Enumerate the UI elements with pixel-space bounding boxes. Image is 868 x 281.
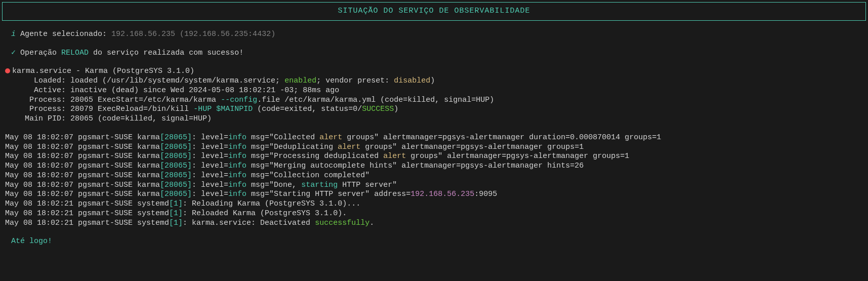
loaded-p3: ) [430, 76, 435, 85]
agent-line: i Agente selecionado: 192.168.56.235 (19… [11, 30, 866, 39]
log-pid: [28065] [160, 162, 192, 170]
log-pre: : level= [192, 190, 228, 198]
log-level: info [228, 181, 246, 189]
log-pre: : karma.service: Deactivated [183, 219, 315, 227]
log-line: May 08 18:02:07 pgsmart-SUSE karma[28065… [5, 181, 866, 190]
log-pre: : Reloading Karma (PostgreSYS 3.1.0)... [183, 199, 360, 208]
log-pid: [1] [169, 199, 183, 208]
loaded-label: Loaded: [34, 76, 66, 85]
active-state: inactive (dead) [70, 86, 139, 95]
info-icon: i [11, 30, 16, 38]
service-title: karma.service - Karma (PostgreSYS 3.1.0) [12, 67, 194, 75]
proc2-p3: ) [394, 105, 398, 113]
proc1-pid: 28065 [70, 96, 93, 104]
operation-line: ✓ Operação RELOAD do serviço realizada c… [11, 49, 866, 58]
log-line: May 08 18:02:07 pgsmart-SUSE karma[28065… [5, 133, 866, 143]
check-icon: ✓ [11, 49, 16, 57]
log-ts: May 08 18:02:21 pgsmart-SUSE systemd [5, 219, 169, 227]
log-level: info [228, 152, 246, 160]
log-line: May 08 18:02:21 pgsmart-SUSE systemd[1]:… [5, 209, 866, 219]
log-mid: msg="Collection completed" [246, 171, 369, 180]
log-pid: [1] [169, 219, 183, 227]
farewell: Até logo! [11, 237, 866, 247]
log-ts: May 08 18:02:07 pgsmart-SUSE karma [5, 152, 160, 160]
status-dot-icon [5, 68, 10, 73]
proc2-pid: 28079 [70, 105, 93, 113]
process1-line: Process: 28065 ExecStart=/etc/karma/karm… [20, 96, 866, 105]
log-level: info [228, 133, 246, 142]
log-ts: May 08 18:02:07 pgsmart-SUSE karma [5, 133, 160, 142]
log-mid: msg="Processing deduplicated [246, 152, 383, 160]
proc2-p1: ExecReload=/bin/kill [98, 105, 189, 113]
log-mid: msg="Merging autocomplete hints" alertma… [246, 162, 584, 170]
log-post: groups" alertmanager=pgsys-alertmanager … [342, 133, 661, 142]
log-line: May 08 18:02:07 pgsmart-SUSE karma[28065… [5, 143, 866, 152]
log-ts: May 08 18:02:07 pgsmart-SUSE karma [5, 143, 160, 151]
log-post: . [369, 219, 374, 227]
log-kw: starting [301, 181, 338, 189]
log-pre: : level= [192, 171, 228, 180]
log-level: info [228, 171, 246, 180]
log-kw: alert [338, 143, 360, 151]
proc1-result: (code=killed, signal=HUP) [380, 96, 494, 104]
log-pid: [1] [169, 209, 183, 218]
active-label: Active: [34, 86, 66, 95]
proc2-success: SUCCESS [362, 105, 394, 113]
log-pid: [28065] [160, 171, 192, 180]
op-action: RELOAD [61, 49, 89, 57]
proc1-p2: .file /etc/karma/karma.yml [257, 96, 376, 104]
active-line: Active: inactive (dead) since Wed 2024-0… [20, 86, 866, 96]
log-level: info [228, 190, 246, 198]
agent-value: 192.168.56.235 (192.168.56.235:4432) [111, 30, 275, 38]
bye-text: Até logo! [11, 237, 52, 246]
log-ts: May 08 18:02:07 pgsmart-SUSE karma [5, 162, 160, 170]
log-mid: msg="Starting HTTP server" address= [246, 190, 410, 198]
log-ts: May 08 18:02:21 pgsmart-SUSE systemd [5, 199, 169, 208]
log-post: :9095 [474, 190, 497, 198]
log-line: May 08 18:02:07 pgsmart-SUSE karma[28065… [5, 190, 866, 199]
log-line: May 08 18:02:07 pgsmart-SUSE karma[28065… [5, 171, 866, 181]
loaded-disabled: disabled [394, 76, 430, 85]
active-since: since Wed 2024-05-08 18:02:21 -03; 88ms … [143, 86, 339, 95]
log-line: May 08 18:02:07 pgsmart-SUSE karma[28065… [5, 162, 866, 171]
log-pid: [28065] [160, 181, 192, 189]
proc2-p2: (code=exited, status=0/ [257, 105, 362, 113]
log-pre: : level= [192, 152, 228, 160]
log-mid: msg="Deduplicating [246, 143, 338, 151]
mainpid-label: Main PID: [25, 114, 66, 123]
loaded-line: Loaded: loaded (/usr/lib/systemd/system/… [20, 76, 866, 86]
proc2-label: Process: [29, 105, 66, 113]
log-pre: : level= [192, 162, 228, 170]
log-block: May 08 18:02:07 pgsmart-SUSE karma[28065… [5, 133, 866, 228]
service-title-line: karma.service - Karma (PostgreSYS 3.1.0) [5, 67, 866, 76]
log-ts: May 08 18:02:21 pgsmart-SUSE systemd [5, 209, 169, 218]
proc1-flag: --config [221, 96, 257, 104]
log-ts: May 08 18:02:07 pgsmart-SUSE karma [5, 171, 160, 180]
log-kw: alert [319, 133, 342, 142]
process2-line: Process: 28079 ExecReload=/bin/kill -HUP… [20, 105, 866, 114]
log-line: May 08 18:02:21 pgsmart-SUSE systemd[1]:… [5, 219, 866, 228]
loaded-p2: ; vendor preset: [316, 76, 389, 85]
service-status: karma.service - Karma (PostgreSYS 3.1.0)… [5, 67, 866, 124]
log-pre: : level= [192, 133, 228, 142]
log-addr: 192.168.56.235 [410, 190, 474, 198]
mainpid-line: Main PID: 28065 (code=killed, signal=HUP… [20, 114, 866, 124]
log-pid: [28065] [160, 190, 192, 198]
log-level: info [228, 143, 246, 151]
page-title: SITUAÇÃO DO SERVIÇO DE OBSERVABILIDADE [338, 7, 530, 15]
log-post: groups" alertmanager=pgsys-alertmanager … [360, 143, 584, 151]
header-box: SITUAÇÃO DO SERVIÇO DE OBSERVABILIDADE [2, 2, 866, 21]
log-line: May 08 18:02:07 pgsmart-SUSE karma[28065… [5, 152, 866, 162]
log-post: groups" alertmanager=pgsys-alertmanager … [406, 152, 629, 160]
log-pre: : Reloaded Karma (PostgreSYS 3.1.0). [183, 209, 347, 218]
log-mid: msg="Collected [246, 133, 319, 142]
log-ts: May 08 18:02:07 pgsmart-SUSE karma [5, 190, 160, 198]
log-ts: May 08 18:02:07 pgsmart-SUSE karma [5, 181, 160, 189]
log-line: May 08 18:02:21 pgsmart-SUSE systemd[1]:… [5, 199, 866, 209]
log-pid: [28065] [160, 152, 192, 160]
log-pre: : level= [192, 143, 228, 151]
log-pre: : level= [192, 181, 228, 189]
agent-label: Agente selecionado: [20, 30, 107, 38]
log-pid: [28065] [160, 143, 192, 151]
log-kw: successfully [315, 219, 369, 227]
